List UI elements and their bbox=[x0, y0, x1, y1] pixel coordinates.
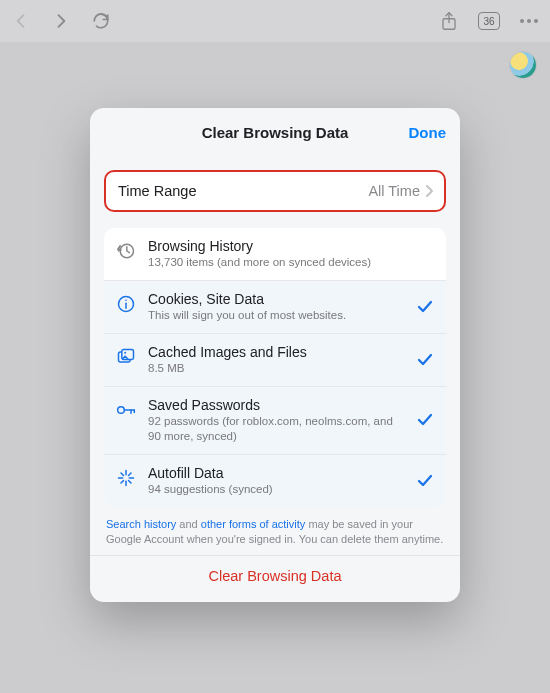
more-icon[interactable] bbox=[518, 10, 540, 32]
images-icon bbox=[114, 345, 138, 369]
option-cookies[interactable]: Cookies, Site Data This will sign you ou… bbox=[104, 280, 446, 333]
tab-count-badge[interactable]: 36 bbox=[478, 12, 500, 30]
checkmark-icon bbox=[416, 353, 434, 367]
footnote-text: and bbox=[176, 518, 200, 530]
time-range-row[interactable]: Time Range All Time bbox=[104, 170, 446, 212]
forward-icon[interactable] bbox=[50, 10, 72, 32]
option-autofill[interactable]: Autofill Data 94 suggestions (synced) bbox=[104, 454, 446, 507]
option-subtitle: 94 suggestions (synced) bbox=[148, 482, 408, 497]
option-title: Cookies, Site Data bbox=[148, 291, 408, 307]
autofill-icon bbox=[114, 466, 138, 490]
time-range-value: All Time bbox=[368, 183, 420, 199]
svg-point-2 bbox=[527, 19, 531, 23]
clear-browsing-data-modal: Clear Browsing Data Done Time Range All … bbox=[90, 108, 460, 602]
info-icon bbox=[114, 292, 138, 316]
reload-icon[interactable] bbox=[90, 10, 112, 32]
modal-title: Clear Browsing Data bbox=[202, 124, 349, 141]
svg-point-7 bbox=[125, 299, 127, 301]
avatar[interactable] bbox=[510, 52, 536, 78]
option-cached[interactable]: Cached Images and Files 8.5 MB bbox=[104, 333, 446, 386]
other-activity-link[interactable]: other forms of activity bbox=[201, 518, 306, 530]
option-browsing-history[interactable]: Browsing History 13,730 items (and more … bbox=[104, 228, 446, 280]
svg-line-20 bbox=[129, 480, 132, 483]
share-icon[interactable] bbox=[438, 10, 460, 32]
back-icon[interactable] bbox=[10, 10, 32, 32]
option-title: Autofill Data bbox=[148, 465, 408, 481]
checkmark-icon bbox=[416, 474, 434, 488]
checkmark-icon bbox=[416, 413, 434, 427]
browser-toolbar: 36 bbox=[0, 0, 550, 42]
clear-browsing-data-button[interactable]: Clear Browsing Data bbox=[90, 556, 460, 594]
svg-line-21 bbox=[121, 480, 124, 483]
done-button[interactable]: Done bbox=[409, 108, 447, 156]
modal-header: Clear Browsing Data Done bbox=[90, 108, 460, 156]
search-history-link[interactable]: Search history bbox=[106, 518, 176, 530]
svg-point-10 bbox=[124, 352, 126, 354]
option-subtitle: This will sign you out of most websites. bbox=[148, 308, 408, 323]
checkmark-icon bbox=[416, 300, 434, 314]
option-title: Cached Images and Files bbox=[148, 344, 408, 360]
option-title: Browsing History bbox=[148, 238, 408, 254]
time-range-label: Time Range bbox=[118, 183, 196, 199]
svg-point-1 bbox=[520, 19, 524, 23]
history-icon bbox=[114, 239, 138, 263]
option-subtitle: 92 passwords (for roblox.com, neolms.com… bbox=[148, 414, 408, 444]
key-icon bbox=[114, 398, 138, 422]
option-title: Saved Passwords bbox=[148, 397, 408, 413]
option-subtitle: 8.5 MB bbox=[148, 361, 408, 376]
option-subtitle: 13,730 items (and more on synced devices… bbox=[148, 255, 408, 270]
svg-point-3 bbox=[534, 19, 538, 23]
options-list: Browsing History 13,730 items (and more … bbox=[104, 228, 446, 507]
footnote: Search history and other forms of activi… bbox=[106, 517, 444, 548]
svg-point-11 bbox=[118, 406, 125, 413]
svg-line-19 bbox=[121, 473, 124, 476]
option-passwords[interactable]: Saved Passwords 92 passwords (for roblox… bbox=[104, 386, 446, 454]
tab-count-value: 36 bbox=[483, 16, 494, 27]
chevron-right-icon bbox=[424, 184, 434, 198]
svg-line-22 bbox=[129, 473, 132, 476]
